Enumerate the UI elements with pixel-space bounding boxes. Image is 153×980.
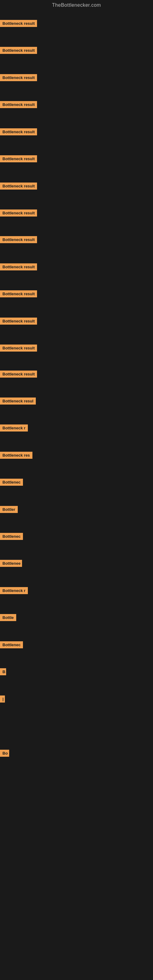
bottleneck-result-item: Bottlenee [0, 560, 22, 568]
bottleneck-result-label: Bottleneck result [0, 318, 37, 325]
bottleneck-result-item: Bottleneck result [0, 20, 37, 28]
bottleneck-result-label: Bo [0, 750, 9, 757]
bottleneck-result-label: Bottleneck result [0, 128, 37, 135]
bottleneck-result-item: Bottleneck resul [0, 398, 36, 406]
bottleneck-result-item: Bottleneck r [0, 587, 28, 595]
bottleneck-result-item: Bottleneck result [0, 128, 37, 137]
bottleneck-result-item: Bottleneck result [0, 263, 37, 272]
bottleneck-result-label: Bottleneck result [0, 20, 37, 27]
bottleneck-result-item: Bottleneck result [0, 155, 37, 164]
bottleneck-result-label: B [0, 668, 6, 675]
bottleneck-result-label: Bottleneck result [0, 101, 37, 108]
bottleneck-result-label: Bottleneck result [0, 183, 37, 189]
site-title: TheBottlenecker.com [0, 0, 153, 12]
bottleneck-result-item: Bottleneck result [0, 210, 37, 218]
bottleneck-result-item: Bottleneck res [0, 452, 32, 460]
bottleneck-result-item: Bottleneck result [0, 290, 37, 299]
bottleneck-result-label: Bottleneck r [0, 587, 28, 594]
bottleneck-result-label: Bottleneck result [0, 210, 37, 216]
bottleneck-result-item: Bottleneck result [0, 371, 37, 379]
bottleneck-result-label: Bottleneck result [0, 74, 37, 81]
bottleneck-result-item: Bottleneck result [0, 345, 37, 353]
bottleneck-result-label: Bottlenee [0, 560, 22, 567]
bottleneck-result-item: Bottlenec [0, 479, 23, 487]
bottleneck-result-label: Bottleneck resul [0, 398, 36, 404]
bottleneck-result-label: Bottlenec [0, 479, 23, 486]
bottleneck-result-label: Bottleneck res [0, 452, 32, 459]
bottleneck-result-item: | [0, 695, 5, 704]
bottleneck-result-label: | [0, 695, 5, 703]
bottleneck-result-label: Bottleneck result [0, 345, 37, 352]
bottleneck-result-label: Bottle [0, 614, 16, 621]
bottleneck-result-label: Bottleneck result [0, 236, 37, 243]
bottleneck-result-item: Bottler [0, 506, 18, 514]
bottleneck-result-label: Bottleneck result [0, 263, 37, 270]
bottleneck-result-item: Bottleneck result [0, 236, 37, 244]
bottleneck-result-item: Bo [0, 750, 9, 758]
bottleneck-result-item: Bottle [0, 614, 16, 622]
bottleneck-result-label: Bottler [0, 506, 18, 513]
bottleneck-result-item: Bottlenec [0, 641, 23, 649]
bottleneck-result-label: Bottleneck result [0, 155, 37, 162]
bottleneck-result-label: Bottlenec [0, 641, 23, 648]
bottleneck-result-label: Bottlenec [0, 533, 23, 540]
bottleneck-result-label: Bottleneck r [0, 425, 28, 431]
bottleneck-result-item: Bottleneck result [0, 318, 37, 326]
bottleneck-result-item: Bottleneck result [0, 101, 37, 109]
bottleneck-result-item: Bottleneck result [0, 47, 37, 55]
bottleneck-result-label: Bottleneck result [0, 290, 37, 298]
bottleneck-result-item: Bottleneck result [0, 74, 37, 83]
bottleneck-result-label: Bottleneck result [0, 371, 37, 378]
bottleneck-result-item: B [0, 668, 6, 676]
bottleneck-result-item: Bottlenec [0, 533, 23, 541]
bottleneck-result-item: Bottleneck r [0, 425, 28, 433]
bottleneck-result-item: Bottleneck result [0, 183, 37, 191]
bottleneck-result-label: Bottleneck result [0, 47, 37, 54]
